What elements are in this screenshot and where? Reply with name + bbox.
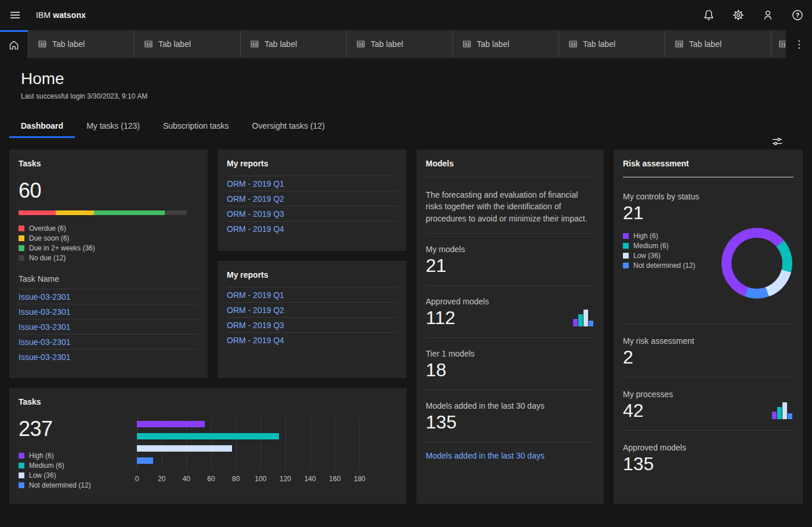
bar-not-determined [137,457,153,464]
list-item: ORM - 2019 Q1 [227,176,397,191]
tab-label-6[interactable]: Tab label [559,30,665,58]
tab-subscription-tasks[interactable]: Subscription tasks [151,115,241,138]
tab-label-7[interactable]: Tab label [665,30,771,58]
mini-bar [573,319,578,326]
user-profile-button[interactable] [753,0,782,30]
legend-label: No due (12) [29,254,66,262]
task-link[interactable]: Issue-03-2301 [19,352,71,362]
settings-button[interactable] [723,0,753,30]
brand-logo: IBM watsonx [36,10,86,20]
report-link[interactable]: ORM - 2019 Q2 [227,306,284,315]
list-item: ORM - 2019 Q2 [227,191,397,206]
data-table-icon [250,39,259,49]
hamburger-menu-button[interactable] [0,0,30,30]
tab-label-5[interactable]: Tab label [452,30,559,58]
tab-label: Tab label [689,39,722,49]
tab-label: Tab label [52,39,85,49]
watsonx-app: IBM watsonx [0,0,812,527]
gear-icon [733,9,744,21]
metric-value: 135 [623,453,793,475]
legend-swatch [623,243,629,249]
tab-label: Tab label [371,39,403,49]
metric-label: My models [426,245,594,254]
legend-item: No due (12) [19,253,198,263]
header-actions: ? [694,0,812,30]
metric-value: 112 [426,307,594,329]
tab-label-8-partial[interactable] [771,30,786,58]
legend-item: Overdue (6) [19,223,198,233]
tasks-legend: Overdue (6) Due soon (6) Due in 2+ weeks… [19,223,198,263]
tab-dashboard[interactable]: Dashboard [9,115,75,138]
notifications-button[interactable] [694,0,723,30]
bell-icon [703,9,715,21]
tab-label: Tab label [583,39,615,49]
x-tick-label: 80 [232,475,240,483]
tab-my-tasks[interactable]: My tasks (123) [75,115,151,138]
tab-overflow-area: ⋮ [786,30,812,58]
mini-bar [578,314,583,326]
metric-my-processes: My processes 42 [623,390,793,421]
task-link[interactable]: Issue-03-2301 [19,307,71,317]
tasks-total: 60 [19,179,198,203]
report-link[interactable]: ORM - 2019 Q3 [227,321,284,330]
overflow-menu-icon[interactable]: ⋮ [788,32,811,56]
bar-segment [19,210,56,215]
legend-swatch [19,473,24,478]
legend-label: Low (36) [29,471,56,479]
tab-label-4[interactable]: Tab label [346,30,452,58]
legend-item: Low (36) [19,470,137,480]
legend-swatch [19,463,24,468]
mini-bar-chart-icon [772,402,792,419]
tab-label-1[interactable]: Tab label [28,30,134,58]
card-title: My reports [227,159,397,168]
help-button[interactable]: ? [782,0,812,30]
mini-bar [583,310,588,326]
mini-bar [772,412,777,419]
data-table-icon [38,39,47,49]
x-tick-label: 140 [304,475,316,483]
gridline [236,418,237,469]
tasks-bar-chart-plot [137,418,390,469]
legend-swatch [19,235,24,241]
task-link[interactable]: Issue-03-2301 [19,337,71,347]
my-reports-card-1: My reports ORM - 2019 Q1 ORM - 2019 Q2 O… [217,150,407,251]
home-tab[interactable] [0,30,28,58]
legend-label: Not determined (12) [29,481,91,489]
legend-label: Due soon (6) [29,234,69,242]
last-login-text: Last successful login 3/30/2023, 9:10 AM [21,92,784,100]
report-link[interactable]: ORM - 2019 Q4 [227,224,284,234]
metric-label: Approved models [426,297,594,306]
table-row: Issue-03-2301 [19,335,198,350]
metric-models-added: Models added in the last 30 days 135 [426,401,594,433]
x-tick-label: 100 [255,475,266,483]
report-link[interactable]: ORM - 2019 Q2 [227,194,284,203]
gridline [260,418,261,469]
metric-approved-models: Approved models 112 [426,297,594,329]
table-row: Issue-03-2301 [19,319,198,335]
bar-high [137,421,205,427]
tasks-chart-card: Tasks 237 High (6) Medium (6) Low (36) N… [9,388,407,504]
legend-label: Medium (6) [633,242,669,250]
svg-text:?: ? [795,12,799,19]
table-row: Issue-03-2301 [19,304,198,319]
user-avatar-icon [762,9,774,21]
models-added-link[interactable]: Models added in the last 30 days [426,451,545,460]
tab-label-3[interactable]: Tab label [240,30,346,58]
report-link[interactable]: ORM - 2019 Q4 [227,336,284,345]
metric-label: Models added in the last 30 days [426,401,594,410]
x-tick-label: 40 [183,475,190,483]
report-link[interactable]: ORM - 2019 Q1 [227,179,284,188]
task-link[interactable]: Issue-03-2301 [19,322,71,332]
metric-label: My processes [623,390,793,399]
table-row: Issue-03-2301 [19,350,198,365]
open-tabs-bar: Tab label Tab label Tab label Tab label … [0,30,812,58]
task-link[interactable]: Issue-03-2301 [19,292,71,301]
bar-medium [137,433,279,439]
tasks-summary-card: Tasks 60 Overdue (6) Due soon (6) Due in… [9,150,208,378]
tab-label-2[interactable]: Tab label [134,30,240,58]
legend-item: Due in 2+ weeks (36) [19,243,198,253]
report-link[interactable]: ORM - 2019 Q3 [227,209,284,219]
report-link[interactable]: ORM - 2019 Q1 [227,290,284,300]
settings-adjust-button[interactable] [768,132,786,151]
tab-oversight-tasks[interactable]: Oversight tasks (12) [241,115,336,138]
